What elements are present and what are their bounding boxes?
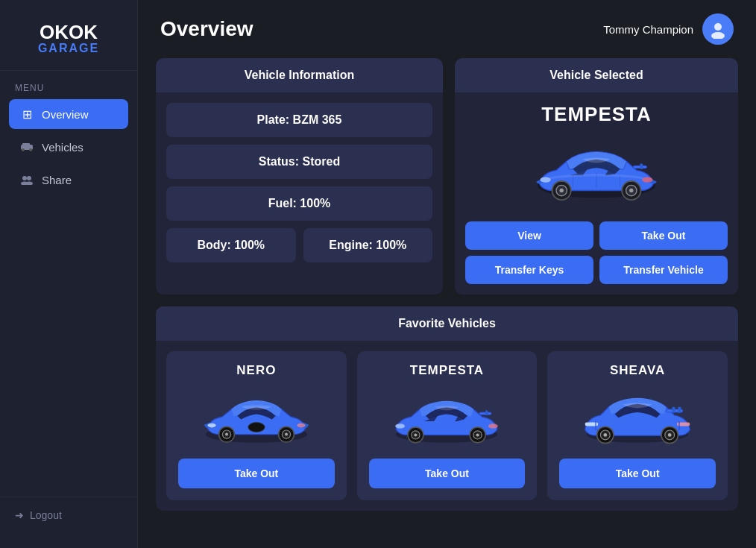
tempesta-takeout-button[interactable]: Take Out [369, 459, 526, 488]
svg-point-5 [27, 176, 31, 180]
view-button[interactable]: View [465, 221, 593, 250]
svg-point-30 [285, 433, 288, 436]
favorite-card-sheava: SHEAVA [547, 351, 728, 500]
svg-point-2 [22, 148, 25, 151]
vehicle-selected-body: TEMPESTA [455, 92, 738, 295]
sidebar-item-share[interactable]: Share [9, 165, 128, 195]
nero-image [197, 388, 316, 448]
svg-point-39 [476, 433, 479, 436]
vehicle-selected-header: Vehicle Selected [455, 58, 738, 92]
logout-label: Logout [30, 509, 62, 521]
sidebar-item-share-label: Share [42, 174, 72, 186]
take-out-button[interactable]: Take Out [599, 221, 728, 250]
svg-rect-45 [678, 407, 681, 413]
transfer-vehicle-button[interactable]: Transfer Vehicle [599, 256, 728, 284]
svg-point-22 [248, 423, 265, 432]
user-name: Tommy Champion [603, 23, 693, 36]
user-area: Tommy Champion [603, 13, 734, 45]
svg-point-33 [488, 423, 498, 428]
svg-rect-20 [640, 164, 643, 169]
overview-icon: ⊞ [19, 107, 34, 122]
vehicles-icon [19, 139, 34, 154]
svg-rect-41 [485, 411, 488, 415]
favorites-panel: Favorite Vehicles NERO [156, 306, 738, 511]
svg-point-32 [396, 423, 406, 428]
svg-point-24 [297, 423, 305, 428]
header: Overview Tommy Champion [138, 0, 756, 58]
tempesta-image [387, 388, 506, 448]
sidebar-item-overview[interactable]: ⊞ Overview [9, 99, 128, 129]
sheava-image [578, 388, 697, 448]
avatar [702, 13, 734, 45]
page-title: Overview [160, 17, 253, 41]
svg-point-18 [629, 189, 633, 192]
favorite-card-tempesta: TEMPESTA [357, 351, 538, 500]
nero-takeout-button[interactable]: Take Out [178, 459, 335, 488]
engine-info: Engine: 100% [303, 228, 433, 262]
vehicle-info-body: Plate: BZM 365 Status: Stored Fuel: 100%… [156, 92, 443, 273]
condition-row: Body: 100% Engine: 100% [166, 228, 432, 262]
logo-garage: GARAGE [15, 42, 122, 55]
svg-point-23 [207, 423, 215, 428]
tempesta-name: TEMPESTA [410, 363, 484, 378]
svg-point-4 [22, 176, 27, 180]
svg-point-11 [540, 177, 550, 183]
sidebar-item-overview-label: Overview [42, 108, 89, 121]
vehicle-info-panel: Vehicle Information Plate: BZM 365 Statu… [156, 58, 443, 295]
selected-car-image [529, 136, 664, 211]
top-panels: Vehicle Information Plate: BZM 365 Statu… [156, 58, 738, 295]
favorite-card-nero: NERO [166, 351, 347, 500]
svg-point-15 [560, 189, 564, 192]
status-info: Status: Stored [166, 145, 432, 179]
menu-label: Menu [0, 83, 137, 93]
selected-car-name: TEMPESTA [541, 103, 652, 126]
logo-okok: OKOK [15, 22, 122, 42]
fuel-info: Fuel: 100% [166, 186, 432, 221]
svg-point-27 [225, 433, 228, 436]
content-area: Vehicle Information Plate: BZM 365 Statu… [138, 58, 756, 548]
transfer-keys-button[interactable]: Transfer Keys [465, 256, 593, 284]
action-buttons: View Take Out Transfer Keys Transfer Veh… [465, 221, 728, 284]
logo-area: OKOK GARAGE [0, 15, 137, 71]
sidebar: OKOK GARAGE Menu ⊞ Overview Vehicles [0, 0, 138, 548]
sidebar-item-vehicles-label: Vehicles [42, 141, 84, 154]
svg-rect-1 [22, 143, 30, 146]
svg-point-50 [604, 433, 608, 437]
vehicle-info-header: Vehicle Information [156, 58, 443, 92]
nero-name: NERO [236, 363, 276, 378]
svg-point-9 [711, 32, 725, 39]
sidebar-nav: ⊞ Overview Vehicles [0, 99, 137, 497]
svg-point-8 [714, 23, 722, 31]
sidebar-footer: ➜ Logout [0, 497, 137, 533]
main-content: Overview Tommy Champion Vehicle Informat… [138, 0, 756, 548]
share-icon [19, 172, 34, 187]
sheava-name: SHEAVA [610, 363, 665, 378]
vehicle-selected-panel: Vehicle Selected TEMPESTA [455, 58, 738, 295]
sidebar-item-vehicles[interactable]: Vehicles [9, 132, 128, 162]
body-info: Body: 100% [166, 228, 296, 262]
svg-point-36 [415, 433, 418, 436]
favorites-header: Favorite Vehicles [156, 306, 738, 341]
logout-icon: ➜ [15, 509, 24, 521]
plate-info: Plate: BZM 365 [166, 103, 432, 137]
svg-point-53 [668, 433, 672, 437]
svg-rect-44 [672, 407, 675, 413]
favorites-grid: NERO [156, 341, 738, 511]
svg-point-3 [29, 148, 32, 151]
logout-button[interactable]: ➜ Logout [15, 509, 122, 521]
svg-point-12 [642, 177, 652, 183]
sheava-takeout-button[interactable]: Take Out [559, 459, 716, 488]
